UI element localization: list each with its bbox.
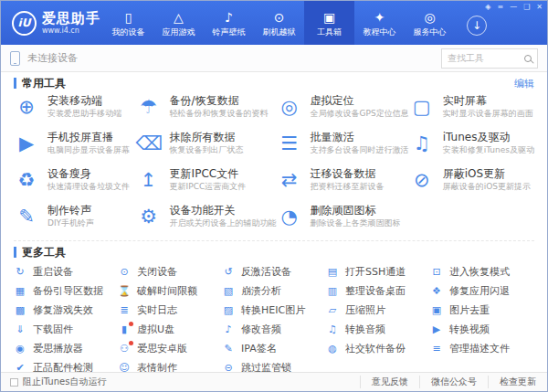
toggle-switch-icon: ⚙ bbox=[136, 204, 162, 229]
tool-label: 整理设备桌面 bbox=[345, 284, 406, 298]
nav-label: 教程中心 bbox=[364, 27, 396, 37]
tool-search-box[interactable] bbox=[441, 48, 538, 69]
compress-photos[interactable]: ▱压缩照片 bbox=[326, 301, 430, 320]
migrate-device-data[interactable]: ⇄迁移设备数据把资料迁移至新设备 bbox=[277, 165, 409, 202]
manage-profiles[interactable]: ≡管理描述文件 bbox=[430, 339, 534, 358]
ipa-sign[interactable]: ✎IPA签名 bbox=[222, 339, 326, 358]
remove-stubborn-icons[interactable]: ◔删除顽固图标删除设备上各类顽固图标 bbox=[277, 202, 409, 238]
nav-label: 应用游戏 bbox=[163, 27, 195, 37]
i4-android[interactable]: ⚇爱思安卓版 bbox=[118, 339, 222, 358]
virtual-location[interactable]: ◎虚拟定位全局修改设备GPS定位信息 bbox=[277, 92, 409, 129]
realtime-log[interactable]: ≣实时日志 bbox=[118, 301, 222, 320]
social-app-backup[interactable]: ◍社交软件备份 bbox=[326, 339, 430, 358]
tool-label: 修复游戏失效 bbox=[33, 303, 93, 317]
screen-mirror-live[interactable]: ▶手机投屏直播电脑同步显示设备屏幕 bbox=[14, 129, 136, 165]
image-dedup[interactable]: ▣图片去重 bbox=[430, 301, 534, 320]
backup-restore-data[interactable]: ☂备份/恢复数据轻松备份和恢复设备的资料 bbox=[136, 92, 277, 129]
fix-app-crash[interactable]: ❖修复应用闪退 bbox=[430, 281, 534, 301]
device-slim[interactable]: ♻设备瘦身快速清理设备垃圾文件 bbox=[14, 165, 136, 202]
organize-desktop[interactable]: ▥整理设备桌面 bbox=[326, 281, 430, 301]
undo-icon: ↺ bbox=[222, 266, 235, 279]
download-button[interactable]: ↓ bbox=[467, 16, 487, 36]
tool-label: 修复应用闪退 bbox=[449, 284, 510, 298]
tool-desc: 安装爱思助手移动端 bbox=[47, 108, 121, 120]
unlock-circle-icon: ⊙ bbox=[274, 10, 285, 25]
block-ios-update[interactable]: ⊘屏蔽iOS更新屏蔽设备的iOS更新提示 bbox=[409, 165, 534, 202]
nav-service-center[interactable]: ◎服务中心 bbox=[405, 1, 455, 45]
profile-list-icon: ≡ bbox=[430, 343, 443, 355]
nav-apps-games[interactable]: △应用游戏 bbox=[153, 1, 204, 45]
download-firmware[interactable]: ⇓下载固件 bbox=[14, 320, 118, 339]
fix-game-invalid[interactable]: ▩修复游戏失效 bbox=[14, 301, 118, 320]
virtual-usb[interactable]: ▮虚拟U盘 bbox=[118, 320, 222, 339]
device-feature-switch[interactable]: ⚙设备功能开关开启或关闭设备上的辅助功能 bbox=[136, 202, 277, 238]
signature-icon: ✎ bbox=[222, 343, 235, 355]
convert-heic[interactable]: ▨转换HEIC图片 bbox=[222, 301, 326, 320]
tool-title: 抹除所有数据 bbox=[170, 131, 244, 144]
install-mobile-app[interactable]: ⊕安装移动端安装爱思助手移动端 bbox=[14, 92, 136, 129]
bell-pencil-icon: ✎ bbox=[14, 204, 39, 229]
notification-dot bbox=[129, 341, 133, 345]
nav-label: 服务中心 bbox=[414, 27, 447, 37]
tool-text: 迁移设备数据把资料迁移至新设备 bbox=[311, 167, 385, 202]
block-itunes-checkbox[interactable] bbox=[10, 378, 18, 387]
graduation-cap-icon: ✦ bbox=[374, 10, 385, 25]
notification-dot bbox=[129, 322, 133, 326]
search-icon[interactable] bbox=[524, 55, 532, 62]
nav-flash-jailbreak[interactable]: ⊙刷机越狱 bbox=[254, 1, 304, 45]
report-icon: ▧ bbox=[222, 285, 235, 298]
tool-label: 转换音频 bbox=[345, 323, 385, 336]
crack-time-limit[interactable]: ⌛破解时间限额 bbox=[118, 281, 222, 301]
tool-text: 设备功能开关开启或关闭设备上的辅助功能 bbox=[170, 204, 277, 238]
edit-link[interactable]: 编辑 bbox=[514, 77, 534, 90]
video-icon: ▶ bbox=[430, 323, 443, 336]
nav-ringtone-wallpaper[interactable]: ♪铃声壁纸 bbox=[204, 1, 254, 45]
theme-icon[interactable]: ◈ bbox=[485, 3, 490, 11]
tool-title: 制作铃声 bbox=[47, 204, 94, 217]
convert-audio[interactable]: ♫转换音频 bbox=[326, 320, 430, 339]
tool-label: 进入恢复模式 bbox=[449, 265, 510, 279]
tool-desc: 全局修改设备GPS定位信息 bbox=[311, 108, 409, 120]
live-screen[interactable]: ▢实时屏幕实时显示设备屏幕的画面 bbox=[409, 92, 534, 129]
tool-search-input[interactable] bbox=[448, 53, 521, 63]
tool-text: 设备瘦身快速清理设备垃圾文件 bbox=[47, 167, 130, 202]
log-icon: ≣ bbox=[118, 304, 131, 317]
wechat-official-link[interactable]: 微信公众号 bbox=[419, 376, 488, 388]
update-ipcc[interactable]: ↥更新IPCC文件更新IPCC运营商文件 bbox=[136, 165, 277, 202]
nav-my-device[interactable]: ▯我的设备 bbox=[103, 1, 153, 45]
edit-audio[interactable]: ♪修改音频 bbox=[222, 320, 326, 339]
phone-play-icon: ▶ bbox=[14, 131, 39, 156]
logo-badge-icon: iU bbox=[12, 11, 37, 36]
erase-all-data[interactable]: ⌫抹除所有数据恢复设备到出厂状态 bbox=[136, 129, 277, 165]
convert-video[interactable]: ▶转换视频 bbox=[430, 320, 534, 339]
close-icon[interactable]: ✕ bbox=[536, 3, 543, 11]
feedback-link[interactable]: 意见反馈 bbox=[360, 376, 419, 388]
crash-analysis[interactable]: ▧崩溃分析 bbox=[222, 281, 326, 301]
minimize-icon[interactable]: — bbox=[510, 3, 517, 11]
menu-icon[interactable]: ≡ bbox=[497, 3, 503, 11]
restart-device[interactable]: ↻重启设备 bbox=[14, 262, 118, 281]
more-tools-header: 更多工具 bbox=[1, 243, 547, 261]
umbrella-icon: ☂ bbox=[136, 94, 162, 120]
deactivate-device[interactable]: ↺反激活设备 bbox=[222, 262, 326, 281]
tool-desc: 更新IPCC运营商文件 bbox=[170, 181, 247, 193]
nav-toolbox[interactable]: ▣工具箱 bbox=[304, 1, 354, 45]
shutdown-device[interactable]: ⊙关闭设备 bbox=[118, 262, 222, 281]
make-ringtone[interactable]: ✎制作铃声DIY手机铃声 bbox=[14, 202, 136, 238]
enter-recovery-mode[interactable]: ⊡进入恢复模式 bbox=[430, 262, 534, 281]
maximize-icon[interactable]: ❑ bbox=[523, 3, 530, 11]
check-update-link[interactable]: 检查更新 bbox=[488, 376, 547, 388]
tool-label: 虚拟U盘 bbox=[137, 323, 174, 336]
tool-label: 转换视频 bbox=[449, 323, 490, 336]
i4-player[interactable]: ◉爱思播放器 bbox=[14, 339, 118, 358]
nav-tutorial-center[interactable]: ✦教程中心 bbox=[354, 1, 405, 45]
open-ssh-channel[interactable]: ▤打开SSH通道 bbox=[326, 262, 430, 281]
backup-boot-data[interactable]: ▦备份引导区数据 bbox=[14, 281, 118, 301]
statusbar-links: 意见反馈微信公众号检查更新 bbox=[360, 373, 547, 391]
compress-icon: ▱ bbox=[326, 304, 339, 317]
itunes-driver[interactable]: ♫iTunes及驱动安装和修复iTunes及驱动 bbox=[409, 129, 534, 165]
batch-activate[interactable]: ☰批量激活支持多台设备同时进行激活 bbox=[277, 129, 409, 165]
tool-desc: 实时显示设备屏幕的画面 bbox=[443, 108, 533, 120]
music-note-icon: ♪ bbox=[225, 10, 233, 25]
download-icon: ⇓ bbox=[14, 323, 26, 336]
